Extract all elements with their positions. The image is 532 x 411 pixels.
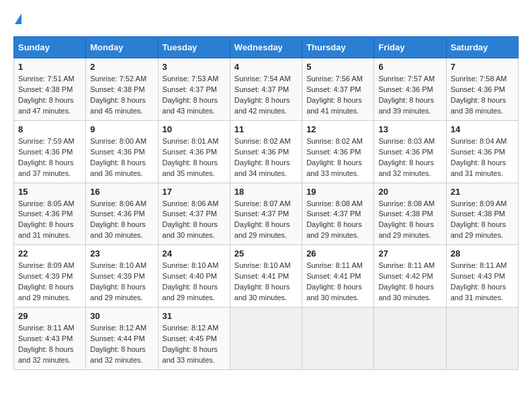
day-number: 15 bbox=[18, 187, 81, 197]
day-number: 26 bbox=[306, 248, 369, 259]
day-header-friday: Friday bbox=[374, 37, 446, 58]
day-header-monday: Monday bbox=[86, 37, 158, 58]
calendar-cell: 16 Sunrise: 8:06 AMSunset: 4:36 PMDaylig… bbox=[86, 183, 158, 245]
day-number: 20 bbox=[378, 187, 441, 197]
day-info: Sunrise: 8:09 AMSunset: 4:39 PMDaylight:… bbox=[18, 261, 81, 304]
calendar-cell: 9 Sunrise: 8:00 AMSunset: 4:36 PMDayligh… bbox=[86, 120, 158, 183]
day-info: Sunrise: 8:11 AMSunset: 4:43 PMDaylight:… bbox=[18, 323, 81, 366]
calendar-cell bbox=[302, 308, 374, 370]
day-number: 17 bbox=[163, 187, 226, 197]
day-info: Sunrise: 8:03 AMSunset: 4:36 PMDaylight:… bbox=[378, 136, 441, 179]
day-number: 18 bbox=[234, 187, 298, 197]
day-info: Sunrise: 8:02 AMSunset: 4:36 PMDaylight:… bbox=[306, 136, 369, 179]
day-info: Sunrise: 8:00 AMSunset: 4:36 PMDaylight:… bbox=[90, 136, 153, 179]
day-header-sunday: Sunday bbox=[14, 37, 86, 58]
calendar-cell: 23 Sunrise: 8:10 AMSunset: 4:39 PMDaylig… bbox=[86, 245, 158, 308]
day-info: Sunrise: 7:51 AMSunset: 4:38 PMDaylight:… bbox=[18, 74, 81, 117]
day-header-saturday: Saturday bbox=[446, 37, 518, 58]
day-header-wednesday: Wednesday bbox=[230, 37, 302, 58]
day-number: 24 bbox=[163, 248, 226, 259]
day-number: 29 bbox=[18, 311, 81, 321]
day-info: Sunrise: 8:11 AMSunset: 4:42 PMDaylight:… bbox=[378, 261, 441, 304]
day-info: Sunrise: 8:08 AMSunset: 4:38 PMDaylight:… bbox=[378, 199, 441, 242]
calendar-cell: 27 Sunrise: 8:11 AMSunset: 4:42 PMDaylig… bbox=[374, 245, 446, 308]
day-number: 19 bbox=[306, 187, 369, 197]
day-number: 7 bbox=[451, 62, 514, 72]
day-info: Sunrise: 8:11 AMSunset: 4:43 PMDaylight:… bbox=[451, 261, 514, 304]
calendar-cell: 8 Sunrise: 7:59 AMSunset: 4:36 PMDayligh… bbox=[14, 120, 86, 183]
calendar-cell: 29 Sunrise: 8:11 AMSunset: 4:43 PMDaylig… bbox=[14, 308, 86, 370]
calendar-cell: 1 Sunrise: 7:51 AMSunset: 4:38 PMDayligh… bbox=[14, 58, 86, 121]
day-number: 8 bbox=[18, 124, 81, 134]
calendar-cell: 6 Sunrise: 7:57 AMSunset: 4:36 PMDayligh… bbox=[374, 58, 446, 121]
calendar-cell: 28 Sunrise: 8:11 AMSunset: 4:43 PMDaylig… bbox=[446, 245, 518, 308]
day-info: Sunrise: 8:06 AMSunset: 4:36 PMDaylight:… bbox=[90, 199, 153, 242]
calendar-cell: 17 Sunrise: 8:06 AMSunset: 4:37 PMDaylig… bbox=[158, 183, 230, 245]
logo bbox=[13, 13, 21, 26]
day-info: Sunrise: 8:10 AMSunset: 4:40 PMDaylight:… bbox=[163, 261, 226, 304]
day-info: Sunrise: 8:04 AMSunset: 4:36 PMDaylight:… bbox=[451, 136, 514, 179]
day-info: Sunrise: 8:05 AMSunset: 4:36 PMDaylight:… bbox=[18, 199, 81, 242]
day-number: 5 bbox=[306, 62, 369, 72]
day-number: 21 bbox=[451, 187, 514, 197]
calendar-cell: 30 Sunrise: 8:12 AMSunset: 4:44 PMDaylig… bbox=[86, 308, 158, 370]
day-info: Sunrise: 8:07 AMSunset: 4:37 PMDaylight:… bbox=[234, 199, 298, 242]
calendar-cell bbox=[374, 308, 446, 370]
day-info: Sunrise: 8:10 AMSunset: 4:39 PMDaylight:… bbox=[90, 261, 153, 304]
calendar-cell bbox=[446, 308, 518, 370]
calendar-cell: 26 Sunrise: 8:11 AMSunset: 4:41 PMDaylig… bbox=[302, 245, 374, 308]
day-info: Sunrise: 8:01 AMSunset: 4:36 PMDaylight:… bbox=[163, 136, 226, 179]
calendar-cell: 22 Sunrise: 8:09 AMSunset: 4:39 PMDaylig… bbox=[14, 245, 86, 308]
day-number: 4 bbox=[234, 62, 298, 72]
day-info: Sunrise: 8:06 AMSunset: 4:37 PMDaylight:… bbox=[163, 199, 226, 242]
calendar-cell: 18 Sunrise: 8:07 AMSunset: 4:37 PMDaylig… bbox=[230, 183, 302, 245]
day-number: 31 bbox=[163, 311, 226, 321]
day-info: Sunrise: 8:09 AMSunset: 4:38 PMDaylight:… bbox=[451, 199, 514, 242]
calendar-cell bbox=[230, 308, 302, 370]
calendar-cell: 21 Sunrise: 8:09 AMSunset: 4:38 PMDaylig… bbox=[446, 183, 518, 245]
day-number: 10 bbox=[163, 124, 226, 134]
calendar-cell: 31 Sunrise: 8:12 AMSunset: 4:45 PMDaylig… bbox=[158, 308, 230, 370]
calendar-cell: 15 Sunrise: 8:05 AMSunset: 4:36 PMDaylig… bbox=[14, 183, 86, 245]
day-number: 14 bbox=[451, 124, 514, 134]
day-number: 11 bbox=[234, 124, 298, 134]
calendar-cell: 24 Sunrise: 8:10 AMSunset: 4:40 PMDaylig… bbox=[158, 245, 230, 308]
calendar-cell: 11 Sunrise: 8:02 AMSunset: 4:36 PMDaylig… bbox=[230, 120, 302, 183]
day-info: Sunrise: 7:59 AMSunset: 4:36 PMDaylight:… bbox=[18, 136, 81, 179]
day-info: Sunrise: 8:11 AMSunset: 4:41 PMDaylight:… bbox=[306, 261, 369, 304]
day-info: Sunrise: 8:12 AMSunset: 4:44 PMDaylight:… bbox=[90, 323, 153, 366]
day-number: 28 bbox=[451, 248, 514, 259]
day-info: Sunrise: 8:02 AMSunset: 4:36 PMDaylight:… bbox=[234, 136, 298, 179]
day-header-tuesday: Tuesday bbox=[158, 37, 230, 58]
calendar-cell: 2 Sunrise: 7:52 AMSunset: 4:38 PMDayligh… bbox=[86, 58, 158, 121]
day-number: 23 bbox=[90, 248, 153, 259]
calendar-cell: 10 Sunrise: 8:01 AMSunset: 4:36 PMDaylig… bbox=[158, 120, 230, 183]
calendar-cell: 4 Sunrise: 7:54 AMSunset: 4:37 PMDayligh… bbox=[230, 58, 302, 121]
day-number: 25 bbox=[234, 248, 298, 259]
day-number: 22 bbox=[18, 248, 81, 259]
day-info: Sunrise: 8:08 AMSunset: 4:37 PMDaylight:… bbox=[306, 199, 369, 242]
calendar-cell: 7 Sunrise: 7:58 AMSunset: 4:36 PMDayligh… bbox=[446, 58, 518, 121]
calendar-cell: 25 Sunrise: 8:10 AMSunset: 4:41 PMDaylig… bbox=[230, 245, 302, 308]
calendar-cell: 5 Sunrise: 7:56 AMSunset: 4:37 PMDayligh… bbox=[302, 58, 374, 121]
day-number: 1 bbox=[18, 62, 81, 72]
day-number: 9 bbox=[90, 124, 153, 134]
day-info: Sunrise: 7:53 AMSunset: 4:37 PMDaylight:… bbox=[163, 74, 226, 117]
day-number: 30 bbox=[90, 311, 153, 321]
calendar-cell: 20 Sunrise: 8:08 AMSunset: 4:38 PMDaylig… bbox=[374, 183, 446, 245]
day-number: 3 bbox=[163, 62, 226, 72]
calendar-cell: 3 Sunrise: 7:53 AMSunset: 4:37 PMDayligh… bbox=[158, 58, 230, 121]
logo-icon bbox=[15, 13, 21, 24]
calendar-cell: 13 Sunrise: 8:03 AMSunset: 4:36 PMDaylig… bbox=[374, 120, 446, 183]
day-info: Sunrise: 7:54 AMSunset: 4:37 PMDaylight:… bbox=[234, 74, 298, 117]
day-number: 13 bbox=[378, 124, 441, 134]
day-info: Sunrise: 7:52 AMSunset: 4:38 PMDaylight:… bbox=[90, 74, 153, 117]
day-info: Sunrise: 7:56 AMSunset: 4:37 PMDaylight:… bbox=[306, 74, 369, 117]
calendar-cell: 12 Sunrise: 8:02 AMSunset: 4:36 PMDaylig… bbox=[302, 120, 374, 183]
day-info: Sunrise: 8:10 AMSunset: 4:41 PMDaylight:… bbox=[234, 261, 298, 304]
day-number: 2 bbox=[90, 62, 153, 72]
day-info: Sunrise: 7:58 AMSunset: 4:36 PMDaylight:… bbox=[451, 74, 514, 117]
day-number: 27 bbox=[378, 248, 441, 259]
calendar-table: SundayMondayTuesdayWednesdayThursdayFrid… bbox=[13, 36, 519, 370]
day-info: Sunrise: 7:57 AMSunset: 4:36 PMDaylight:… bbox=[378, 74, 441, 117]
